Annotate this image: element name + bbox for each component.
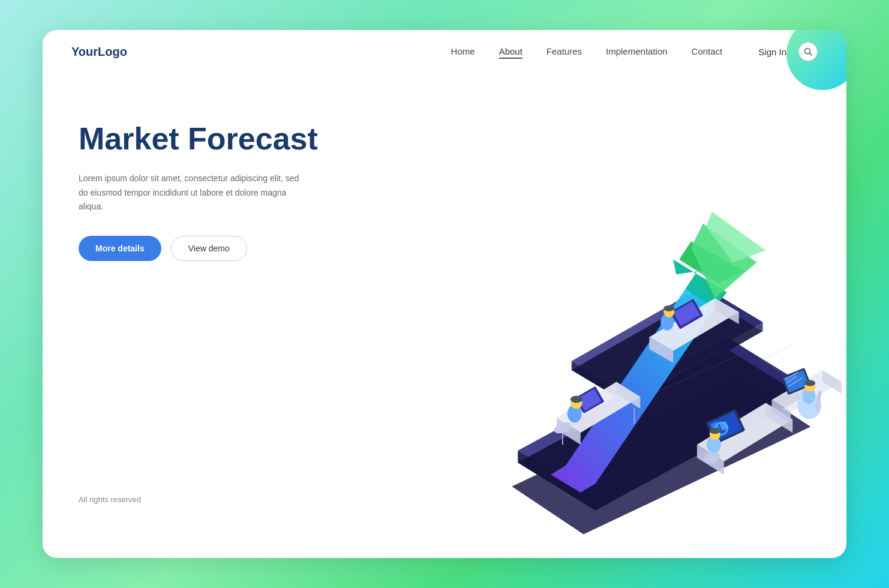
svg-point-77 — [804, 380, 815, 386]
main-card: YourLogo Home About Features Implementat… — [43, 30, 846, 558]
nav-link-features[interactable]: Features — [546, 46, 582, 56]
svg-line-1 — [810, 53, 812, 56]
left-panel: Market Forecast Lorem ipsum dolor sit am… — [43, 73, 404, 558]
logo: YourLogo — [71, 45, 127, 59]
nav-link-implementation[interactable]: Implementation — [606, 46, 668, 56]
nav-link-about[interactable]: About — [499, 46, 522, 59]
footer-rights: All rights reserved — [79, 495, 404, 522]
nav-item-home[interactable]: Home — [451, 46, 475, 57]
btn-group: More details View demo — [79, 236, 404, 261]
hero-title: Market Forecast — [79, 121, 404, 157]
nav-item-contact[interactable]: Contact — [692, 46, 723, 57]
hero-description: Lorem ipsum dolor sit amet, consectetur … — [79, 172, 307, 214]
view-demo-button[interactable]: View demo — [171, 236, 247, 261]
nav-right: Sign In — [758, 42, 818, 61]
nav-item-implementation[interactable]: Implementation — [606, 46, 668, 57]
svg-point-64 — [710, 428, 720, 434]
navbar: YourLogo Home About Features Implementat… — [43, 30, 846, 73]
hero-section: Market Forecast Lorem ipsum dolor sit am… — [79, 121, 404, 261]
search-icon — [804, 47, 812, 56]
nav-links: Home About Features Implementation Conta… — [451, 46, 723, 57]
nav-item-about[interactable]: About — [499, 46, 522, 57]
svg-point-44 — [570, 395, 582, 403]
svg-point-52 — [663, 305, 674, 311]
nav-link-contact[interactable]: Contact — [692, 46, 723, 56]
main-content: Market Forecast Lorem ipsum dolor sit am… — [43, 73, 846, 558]
nav-link-home[interactable]: Home — [451, 46, 475, 56]
right-panel — [404, 73, 846, 558]
illustration — [404, 73, 846, 558]
signin-link[interactable]: Sign In — [758, 47, 786, 57]
more-details-button[interactable]: More details — [79, 236, 161, 261]
search-button[interactable] — [798, 42, 818, 61]
nav-item-features[interactable]: Features — [546, 46, 582, 57]
